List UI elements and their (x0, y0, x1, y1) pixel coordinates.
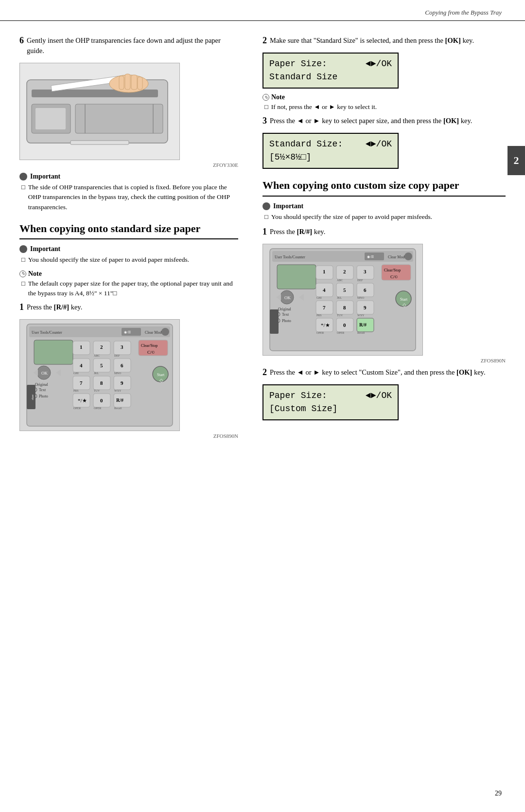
svg-text:R/#: R/# (116, 397, 123, 403)
keypad-svg-custom: User Tools/Counter ◉/☰ Clear Modes OK 1 … (267, 246, 418, 353)
note-1-title: ✎ Note (19, 270, 238, 278)
svg-rect-5 (125, 74, 130, 90)
svg-text:rker: rker (31, 394, 35, 400)
svg-rect-13 (70, 141, 129, 144)
step-1-custom-block: 1 Press the [R/#] key. (262, 227, 506, 237)
important-3-icon (262, 202, 270, 210)
important-3-box: Important □ You should specify the size … (262, 202, 506, 222)
section-tab: 2 (508, 146, 525, 175)
svg-text:5: 5 (100, 362, 103, 368)
svg-text:1: 1 (323, 269, 326, 274)
note-2-box: ✎ Note □ If not, press the ◄ or ► key to… (262, 93, 506, 112)
section-standard-heading: When copying onto standard size paper (19, 222, 238, 240)
svg-text:◉/☰: ◉/☰ (124, 330, 131, 334)
step-3-text: Press the ◄ or ► key to select paper siz… (270, 116, 472, 126)
svg-text:0: 0 (100, 397, 103, 403)
important-3-title: Important (262, 202, 506, 210)
left-column: 6 Gently insert the OHP transparencies f… (19, 36, 253, 443)
svg-text:Photo: Photo (39, 394, 48, 398)
svg-text:DEF: DEF (114, 354, 120, 357)
lcd3-line1: Paper Size: ◄►/OK (269, 389, 392, 402)
svg-text:Clear/Stop: Clear/Stop (141, 343, 158, 348)
important-3-text: □ You should specify the size of paper t… (262, 212, 506, 222)
step-2-top-text: Make sure that "Standard Size" is select… (270, 36, 474, 46)
lcd2-line2: [5½×8½□] (269, 151, 392, 164)
lcd1-line1: Paper Size: ◄►/OK (269, 57, 392, 71)
svg-text:5: 5 (343, 287, 346, 293)
step-2-custom-text: Press the ◄ or ► key to select "Custom S… (270, 367, 486, 378)
svg-text:JKL: JKL (94, 372, 99, 375)
note-2-text: □ If not, press the ◄ or ► key to select… (262, 102, 506, 112)
svg-text:MNO: MNO (114, 372, 122, 375)
svg-text:PRS: PRS (316, 314, 322, 317)
svg-text:9: 9 (121, 380, 123, 386)
svg-text:2: 2 (343, 269, 346, 274)
svg-text:Recall: Recall (114, 407, 122, 410)
important-1-text: □ The side of OHP transparencies that is… (19, 182, 238, 212)
svg-text:User Tools/Counter: User Tools/Counter (275, 255, 305, 259)
svg-text:Recall: Recall (357, 331, 365, 334)
svg-text:OPER: OPER (94, 407, 101, 410)
section-custom-heading: When copying onto custom size copy paper (262, 179, 506, 197)
step-2-custom-inline: 2 Press the ◄ or ► key to select "Custom… (262, 367, 506, 378)
step-3-number: 3 (262, 116, 267, 126)
svg-text:Photo: Photo (282, 319, 291, 323)
svg-text:6: 6 (364, 287, 367, 293)
svg-text:Text: Text (39, 388, 46, 392)
svg-text:9: 9 (364, 305, 367, 310)
note-2-bullet-1: □ If not, press the ◄ or ► key to select… (264, 102, 506, 112)
keypad-figure-standard: User Tools/Counter ◉/☰ Clear Modes OK (19, 319, 180, 431)
important-1-box: Important □ The side of OHP transparenci… (19, 173, 238, 212)
svg-rect-21 (34, 340, 73, 364)
svg-text:1: 1 (80, 344, 83, 350)
step-2-custom-block: 2 Press the ◄ or ► key to select "Custom… (262, 367, 506, 378)
important-1-title: Important (19, 173, 238, 180)
svg-text:◇: ◇ (159, 378, 163, 383)
step-1-custom-text: Press the [R/#] key. (270, 227, 325, 237)
svg-text:R/#: R/# (359, 322, 367, 327)
svg-text:ABC: ABC (94, 354, 100, 357)
note-1-text: □ The default copy paper size for the pa… (19, 279, 238, 299)
svg-rect-6 (119, 76, 124, 90)
svg-point-80 (404, 253, 412, 260)
important-2-bullet-1: □ You should specify the size of paper t… (21, 255, 238, 265)
important-2-box: Important □ You should specify the size … (19, 245, 238, 265)
svg-text:7: 7 (323, 305, 326, 310)
svg-text:3: 3 (364, 269, 367, 274)
svg-rect-4 (131, 75, 137, 90)
step-2-custom-number: 2 (262, 367, 267, 378)
figure3-caption: ZFOS890N (262, 358, 506, 363)
svg-text:MNO: MNO (357, 296, 365, 299)
svg-text:PRS: PRS (73, 389, 79, 392)
svg-text:WXY: WXY (357, 314, 365, 317)
figure2-caption: ZFOS890N (19, 433, 238, 439)
svg-point-20 (161, 328, 169, 336)
section-tab-number: 2 (514, 154, 519, 167)
keypad-svg-standard: User Tools/Counter ◉/☰ Clear Modes OK (24, 322, 175, 429)
svg-text:Clear/Stop: Clear/Stop (384, 268, 401, 272)
svg-rect-132 (270, 309, 279, 334)
step-1-custom-number: 1 (262, 227, 267, 237)
svg-rect-7 (138, 77, 142, 90)
right-column: 2 Make sure that "Standard Size" is sele… (253, 36, 506, 443)
lcd-display-3: Paper Size: ◄►/OK [Custom Size] (262, 384, 399, 420)
step-6-inline: 6 Gently insert the OHP transparencies f… (19, 36, 238, 56)
svg-text:JKL: JKL (337, 296, 342, 299)
svg-rect-9 (35, 108, 66, 129)
page-number: 29 (495, 790, 502, 797)
page-header: Copying from the Bypass Tray (0, 0, 525, 21)
svg-text:*/★: */★ (78, 397, 87, 403)
svg-text:OPER: OPER (73, 407, 81, 410)
important-1-bullet-1: □ The side of OHP transparencies that is… (21, 182, 238, 212)
svg-text:Original: Original (35, 382, 48, 387)
svg-text:OK: OK (41, 371, 48, 376)
svg-text:◇: ◇ (402, 302, 406, 307)
step-1-custom-inline: 1 Press the [R/#] key. (262, 227, 506, 237)
svg-rect-10 (75, 104, 163, 133)
step-3-inline: 3 Press the ◄ or ► key to select paper s… (262, 116, 506, 126)
note-1-icon: ✎ (19, 271, 26, 277)
svg-text:0: 0 (343, 322, 346, 328)
important-2-title: Important (19, 245, 238, 253)
svg-text:GHI: GHI (73, 372, 79, 375)
svg-text:2: 2 (100, 344, 103, 350)
